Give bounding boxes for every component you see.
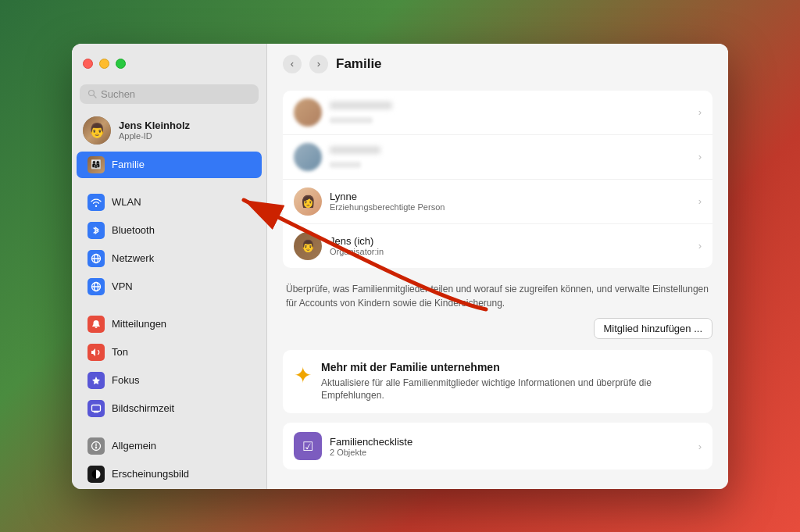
content-body: › › 👩 Lynne Erziehungsberechtig [267, 84, 728, 489]
sidebar-item-mitteilungen[interactable]: Mitteilungen [77, 311, 262, 337]
checklist-card[interactable]: ☑ Familiencheckliste 2 Objekte › [283, 423, 712, 470]
chevron-right-icon: › [698, 195, 702, 207]
content-header: ‹ › Familie [267, 44, 728, 84]
chevron-right-icon: › [698, 240, 702, 252]
main-content: ‹ › Familie › [267, 44, 728, 489]
close-button[interactable] [83, 59, 93, 69]
member-name: Lynne [330, 191, 691, 202]
erscheinungsbild-icon [88, 466, 105, 483]
wlan-icon [88, 194, 105, 211]
sidebar-item-fokus[interactable]: Fokus [77, 367, 262, 394]
sidebar-item-label: Erscheinungsbild [112, 468, 189, 480]
sidebar-item-allgemein[interactable]: Allgemein [77, 433, 262, 459]
member-name [330, 98, 691, 112]
sidebar-item-label: Fokus [112, 374, 139, 386]
sidebar-item-wlan[interactable]: WLAN [77, 189, 262, 216]
familie-icon: 👨‍👩‍👧 [88, 156, 105, 173]
promo-content: Mehr mit der Familie unternehmen Aktuali… [321, 361, 702, 403]
page-title: Familie [336, 56, 382, 72]
user-info: Jens Kleinholz Apple-ID [119, 120, 190, 141]
member-list: › › 👩 Lynne Erziehungsberechtig [283, 91, 712, 268]
sidebar-item-label: WLAN [112, 196, 141, 208]
sidebar-item-vpn[interactable]: VPN [77, 273, 262, 300]
sidebar-item-label: Mitteilungen [112, 318, 166, 330]
sidebar-item-label: Netzwerk [112, 252, 154, 264]
member-item-blurred2[interactable]: › [283, 135, 712, 180]
search-bar[interactable]: Suchen [80, 84, 259, 104]
member-item-lynne[interactable]: 👩 Lynne Erziehungsberechtigte Person › [283, 180, 712, 224]
description-text: Überprüfe, was Familienmitglieder teilen… [283, 277, 712, 318]
member-info [330, 143, 691, 171]
svg-rect-8 [92, 405, 101, 411]
main-window: Suchen 👨 Jens Kleinholz Apple-ID 👨‍👩‍👧 F… [72, 44, 728, 489]
titlebar [72, 44, 266, 84]
bildschirmzeit-icon [88, 400, 105, 417]
svg-line-1 [94, 95, 97, 98]
button-row: Mitglied hinzufügen ... [283, 318, 712, 339]
sidebar-item-ton[interactable]: Ton [77, 339, 262, 366]
promo-card: ✦ Mehr mit der Familie unternehmen Aktua… [283, 350, 712, 414]
sidebar-item-bluetooth[interactable]: Bluetooth [77, 217, 262, 244]
member-name [330, 143, 691, 157]
promo-description: Aktualisiere für alle Familienmitglieder… [321, 377, 702, 403]
search-icon [88, 89, 97, 98]
fokus-icon [88, 372, 105, 389]
bluetooth-icon [88, 222, 105, 239]
sidebar: Suchen 👨 Jens Kleinholz Apple-ID 👨‍👩‍👧 F… [72, 44, 267, 489]
sidebar-item-netzwerk[interactable]: Netzwerk [77, 245, 262, 272]
member-role: Organisator:in [330, 247, 691, 256]
sidebar-item-familie[interactable]: 👨‍👩‍👧 Familie [77, 152, 262, 178]
avatar: 👨 [294, 232, 322, 260]
avatar [294, 143, 322, 171]
member-info: Lynne Erziehungsberechtigte Person [330, 191, 691, 212]
chevron-right-icon: › [698, 441, 702, 452]
sidebar-item-label: Bildschirmzeit [112, 402, 174, 414]
sparkle-icon: ✦ [294, 362, 312, 388]
ton-icon [88, 344, 105, 361]
sidebar-item-label: Ton [112, 346, 128, 358]
sidebar-item-label: VPN [112, 280, 133, 292]
sidebar-item-erscheinungsbild[interactable]: Erscheinungsbild [77, 461, 262, 487]
sidebar-item-bildschirmzeit[interactable]: Bildschirmzeit [77, 395, 262, 422]
back-button[interactable]: ‹ [283, 55, 302, 73]
promo-title: Mehr mit der Familie unternehmen [321, 361, 702, 373]
avatar [294, 98, 322, 127]
member-info [330, 98, 691, 127]
allgemein-icon [88, 437, 105, 455]
user-sub: Apple-ID [119, 131, 190, 141]
sidebar-item-label: Bluetooth [112, 224, 155, 236]
member-role: Erziehungsberechtigte Person [330, 202, 691, 212]
user-name: Jens Kleinholz [119, 120, 190, 131]
checklist-sub: 2 Objekte [330, 448, 691, 457]
checklist-title: Familiencheckliste [330, 436, 691, 448]
member-role [330, 112, 691, 127]
add-member-button[interactable]: Mitglied hinzufügen ... [594, 318, 712, 339]
member-info: Jens (ich) Organisator:in [330, 235, 691, 256]
checklist-info: Familiencheckliste 2 Objekte [330, 436, 691, 457]
search-placeholder: Suchen [101, 88, 135, 100]
avatar: 👩 [294, 187, 322, 216]
member-item-blurred1[interactable]: › [283, 91, 712, 135]
minimize-button[interactable] [99, 59, 109, 69]
svg-point-12 [95, 447, 96, 448]
mitteilungen-icon [88, 316, 105, 333]
avatar: 👨 [83, 116, 111, 145]
sidebar-item-label: Familie [112, 159, 145, 170]
member-name: Jens (ich) [330, 235, 691, 247]
maximize-button[interactable] [116, 59, 126, 69]
member-role [330, 157, 691, 171]
sidebar-user[interactable]: 👨 Jens Kleinholz Apple-ID [72, 110, 266, 151]
chevron-right-icon: › [698, 106, 702, 118]
netzwerk-icon [88, 250, 105, 267]
chevron-right-icon: › [698, 151, 702, 162]
vpn-icon [88, 278, 105, 295]
user-avatar-image: 👨 [83, 116, 111, 145]
sidebar-item-label: Allgemein [112, 440, 156, 452]
checklist-icon: ☑ [294, 432, 322, 460]
forward-button[interactable]: › [309, 55, 328, 73]
member-item-jens[interactable]: 👨 Jens (ich) Organisator:in › [283, 224, 712, 268]
